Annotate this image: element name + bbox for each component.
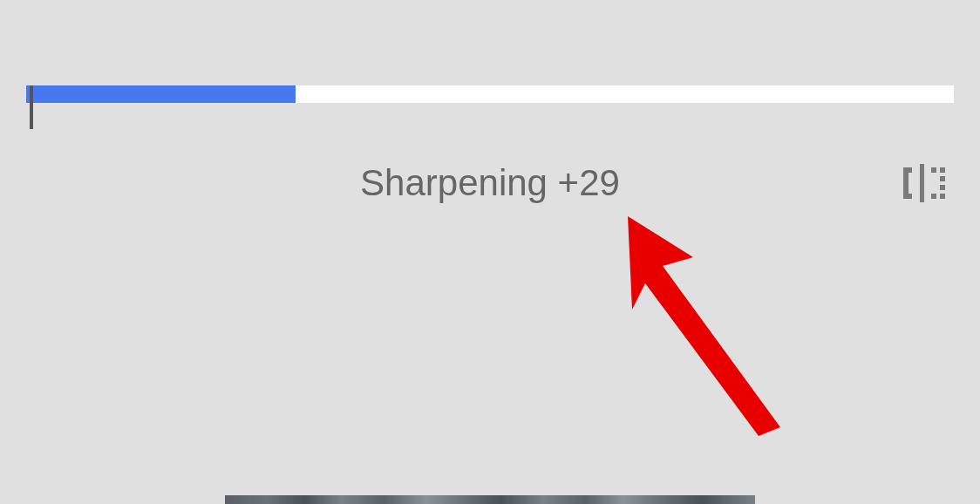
svg-rect-5 (940, 194, 945, 199)
adjustment-label: Sharpening +29 (360, 162, 620, 204)
slider-fill (26, 85, 296, 103)
svg-marker-7 (628, 216, 780, 436)
svg-rect-6 (931, 194, 936, 199)
slider-origin-tick (30, 85, 33, 129)
svg-rect-1 (931, 167, 936, 173)
svg-rect-3 (940, 176, 945, 181)
annotation-arrow-icon (610, 209, 793, 436)
adjustment-slider[interactable] (26, 85, 954, 129)
svg-rect-2 (940, 167, 945, 173)
svg-rect-4 (940, 185, 945, 190)
slider-track (26, 85, 954, 103)
image-thumbnail-strip (225, 495, 755, 504)
adjustment-label-row: Sharpening +29 (0, 157, 980, 209)
svg-rect-0 (920, 164, 924, 202)
compare-split-icon[interactable] (898, 162, 945, 204)
